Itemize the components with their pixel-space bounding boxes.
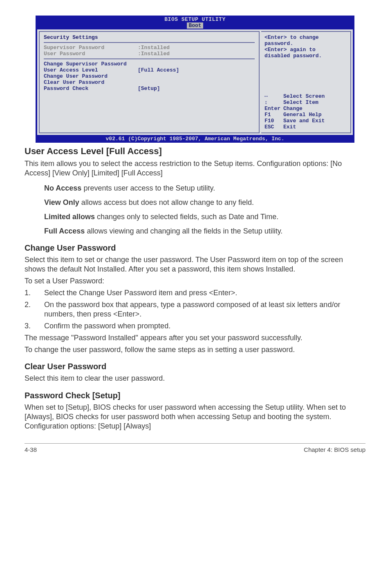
- bios-user-access-label: User Access Level: [44, 67, 138, 73]
- bios-nav-text: Save and Exit: [283, 118, 325, 124]
- emphasis: No Access: [44, 184, 81, 192]
- body-text: No Access prevents user access to the Se…: [44, 184, 365, 193]
- bios-copyright: v02.61 (C)Copyright 1985-2007, American …: [36, 135, 354, 143]
- body-text: This item allows you to select the acces…: [25, 159, 365, 178]
- bios-item-change-supervisor[interactable]: Change Supervisor Password: [44, 61, 255, 67]
- list-item: 2.On the password box that appears, type…: [25, 300, 365, 319]
- bios-nav-key: Enter: [264, 105, 283, 112]
- body-text: When set to [Setup], BIOS checks for use…: [25, 403, 365, 431]
- bios-help-line: password.: [264, 40, 347, 47]
- list-item: 3.Confirm the password when prompted.: [25, 321, 365, 331]
- list-item: 1.Select the Change User Password item a…: [25, 288, 365, 298]
- bios-user-password: User Password :Installed: [44, 51, 255, 57]
- emphasis: Limited allows: [44, 213, 95, 221]
- bios-nav-key: F10: [264, 118, 283, 124]
- step-text: On the password box that appears, type a…: [44, 300, 365, 319]
- bios-help-pane: <Enter> to change password. <Enter> agai…: [264, 34, 347, 90]
- bios-left-pane: Security Settings Supervisor Password :I…: [39, 31, 260, 133]
- bios-item-clear-user[interactable]: Clear User Password: [44, 79, 255, 85]
- bios-nav-text: Select Item: [283, 99, 318, 105]
- bios-nav-text: Exit: [283, 124, 296, 130]
- arrow-lr-icon: ↔: [264, 93, 283, 99]
- bios-user-access-value: [Full Access]: [138, 67, 179, 73]
- bios-item-change-user[interactable]: Change User Password: [44, 73, 255, 79]
- body-text: To change the user password, follow the …: [25, 345, 365, 355]
- section-heading: User Access Level [Full Access]: [25, 146, 365, 157]
- bios-tab-boot[interactable]: Boot: [187, 22, 203, 29]
- bios-help-line: <Enter> to change: [264, 34, 347, 40]
- body-span: changes only to selected fields, such as…: [95, 213, 278, 221]
- bios-title: BIOS SETUP UTILITY: [36, 16, 354, 22]
- emphasis: Full Access: [44, 227, 85, 235]
- body-text: Limited allows changes only to selected …: [44, 212, 365, 222]
- body-span: allows viewing and changing all the fiel…: [85, 227, 282, 235]
- bios-user-label: User Password: [44, 51, 138, 57]
- bios-user-value: :Installed: [138, 51, 170, 57]
- body-text: Full Access allows viewing and changing …: [44, 227, 365, 236]
- emphasis: View Only: [44, 198, 79, 206]
- bios-item-user-access[interactable]: User Access Level [Full Access]: [44, 67, 255, 73]
- bios-nav-text: Change: [283, 105, 303, 112]
- bios-nav-text: General Help: [283, 112, 322, 118]
- bios-supervisor-password: Supervisor Password :Installed: [44, 45, 255, 51]
- step-text: Select the Change User Password item and…: [44, 288, 237, 298]
- bios-panel: BIOS SETUP UTILITY Boot Security Setting…: [36, 16, 354, 143]
- section-heading: Change User Password: [25, 243, 365, 253]
- bios-sup-value: :Installed: [138, 45, 170, 51]
- section-heading: Password Check [Setup]: [25, 391, 365, 400]
- bios-passcheck-label: Password Check: [44, 85, 138, 92]
- body-span: prevents user access to the Setup utilit…: [81, 184, 215, 192]
- numbered-steps: 1.Select the Change User Password item a…: [25, 288, 365, 331]
- bios-nav-text: Select Screen: [283, 93, 325, 99]
- body-span: allows access but does not allow change …: [79, 198, 254, 206]
- bios-tabs: Boot: [36, 22, 354, 29]
- body-text: The message "Password Installed" appears…: [25, 333, 365, 343]
- bios-nav-key: ESC: [264, 124, 283, 130]
- bios-help-line: disabled password.: [264, 53, 347, 59]
- body-text: Select this item to set or change the us…: [25, 255, 365, 274]
- chapter-label: Chapter 4: BIOS setup: [304, 446, 365, 453]
- page-number: 4-38: [25, 446, 37, 453]
- bios-nav-pane: ↔Select Screen ↕Select Item EnterChange …: [264, 93, 347, 130]
- page-footer: 4-38 Chapter 4: BIOS setup: [25, 443, 365, 453]
- bios-passcheck-value: [Setup]: [138, 85, 160, 92]
- section-heading: Clear User Password: [25, 362, 365, 371]
- step-text: Confirm the password when prompted.: [44, 321, 170, 331]
- arrow-ud-icon: ↕: [264, 99, 283, 105]
- bios-section-title: Security Settings: [44, 34, 255, 40]
- body-text: To set a User Password:: [25, 276, 365, 286]
- bios-item-password-check[interactable]: Password Check [Setup]: [44, 85, 255, 92]
- bios-help-line: <Enter> again to: [264, 47, 347, 53]
- body-text: View Only allows access but does not all…: [44, 198, 365, 207]
- bios-sup-label: Supervisor Password: [44, 45, 138, 51]
- body-text: Select this item to clear the user passw…: [25, 374, 365, 383]
- bios-nav-key: F1: [264, 112, 283, 118]
